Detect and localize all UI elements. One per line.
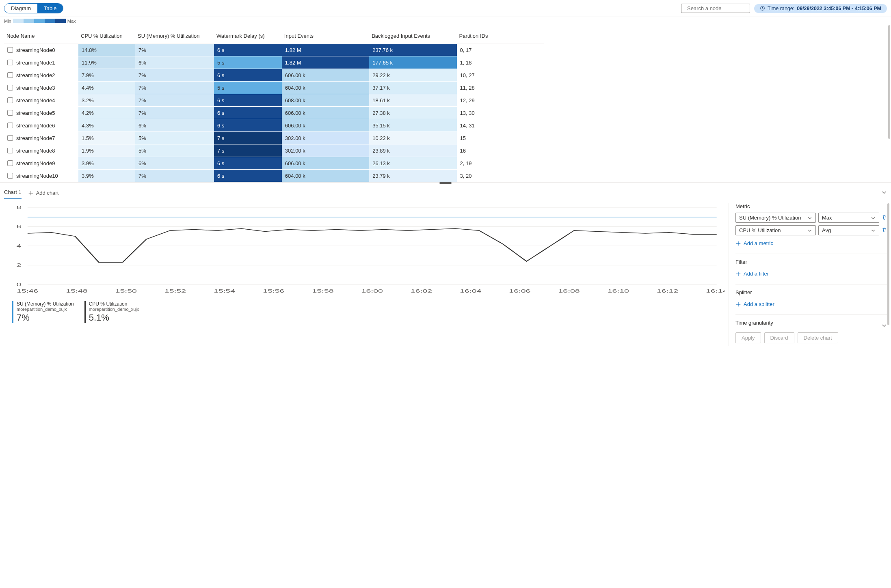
watermark-cell: 5 s [214,56,282,69]
collapse-chart-button[interactable] [881,190,887,196]
node-name-text: streamingNode8 [16,148,55,154]
row-checkbox[interactable] [7,148,13,153]
backlog-cell: 27.38 k [369,107,456,119]
node-name-text: streamingNode4 [16,97,55,103]
node-name-cell[interactable]: streamingNode9 [4,157,78,169]
table-row[interactable]: streamingNode64.3%6%6 s606.00 k35.15 k14… [4,119,544,131]
node-name-cell[interactable]: streamingNode0 [4,44,78,56]
legend-item-cpu[interactable]: CPU % Utilization morepartition_demo_xuj… [84,301,139,323]
line-chart[interactable]: 0246815:4615:4815:5015:5215:5415:5615:58… [4,203,724,297]
node-name-text: streamingNode2 [16,72,55,78]
node-name-cell[interactable]: streamingNode3 [4,82,78,94]
table-row[interactable]: streamingNode103.9%7%6 s604.00 k23.79 k3… [4,170,544,182]
aggregation-dropdown[interactable]: Max [818,213,879,223]
row-checkbox[interactable] [7,72,13,78]
cpu-cell: 14.8% [78,44,135,56]
heat-legend-min: Min [4,19,11,24]
delete-metric-button[interactable] [882,227,887,234]
partition-ids-cell: 12, 29 [457,94,544,106]
search-input[interactable] [687,5,755,11]
backlog-cell: 35.15 k [369,119,456,131]
watermark-cell: 6 s [214,94,282,106]
watermark-cell: 6 s [214,69,282,81]
x-tick-label: 16:06 [509,289,530,293]
node-name-cell[interactable]: streamingNode8 [4,144,78,157]
heat-swatch [45,19,55,23]
node-name-cell[interactable]: streamingNode10 [4,170,78,182]
column-header[interactable]: Partition IDs [457,26,544,43]
cpu-cell: 4.4% [78,82,135,94]
node-name-text: streamingNode5 [16,110,55,116]
row-checkbox[interactable] [7,160,13,166]
row-checkbox[interactable] [7,47,13,53]
add-metric-button[interactable]: Add a metric [735,238,887,249]
column-header[interactable]: Node Name [4,26,78,43]
table-row[interactable]: streamingNode111.9%6%5 s1.82 M177.65 k1,… [4,56,544,69]
add-filter-button[interactable]: Add a filter [735,268,887,279]
node-name-cell[interactable]: streamingNode7 [4,132,78,144]
table-row[interactable]: streamingNode54.2%7%6 s606.00 k27.38 k13… [4,107,544,119]
chevron-down-icon [881,190,887,195]
table-scrollbar[interactable] [888,25,890,139]
legend-item-su[interactable]: SU (Memory) % Utilization morepartition_… [12,301,74,323]
table-row[interactable]: streamingNode014.8%7%6 s1.82 M237.76 k0,… [4,44,544,56]
node-name-cell[interactable]: streamingNode5 [4,107,78,119]
table-row[interactable]: streamingNode27.9%7%6 s606.00 k29.22 k10… [4,69,544,81]
search-input-wrap[interactable] [681,4,750,13]
row-checkbox[interactable] [7,173,13,179]
row-checkbox[interactable] [7,97,13,103]
metric-dropdown[interactable]: CPU % Utilization [735,225,816,235]
metric-dropdown-value: CPU % Utilization [739,227,781,233]
plus-icon [735,271,741,277]
column-header[interactable]: SU (Memory) % Utilization [135,26,214,43]
watermark-cell: 6 s [214,119,282,131]
table-row[interactable]: streamingNode81.9%5%7 s302.00 k23.89 k16 [4,144,544,157]
add-splitter-button[interactable]: Add a splitter [735,299,887,310]
column-header[interactable]: Input Events [282,26,369,43]
partition-ids-cell: 3, 20 [457,170,544,182]
cpu-cell: 4.2% [78,107,135,119]
view-toggle-table[interactable]: Table [37,4,63,13]
partition-ids-cell: 1, 18 [457,56,544,69]
row-checkbox[interactable] [7,110,13,116]
view-toggle-diagram[interactable]: Diagram [4,4,37,13]
node-name-cell[interactable]: streamingNode2 [4,69,78,81]
delete-chart-button[interactable]: Delete chart [798,332,838,343]
chevron-down-icon[interactable] [881,323,887,330]
delete-metric-button[interactable] [882,215,887,221]
x-tick-label: 15:52 [164,289,186,293]
metric-dropdown[interactable]: SU (Memory) % Utilization [735,213,816,223]
settings-scrollbar[interactable] [887,203,889,325]
su-cell: 7% [135,69,214,81]
node-name-cell[interactable]: streamingNode4 [4,94,78,106]
column-header[interactable]: Watermark Delay (s) [214,26,282,43]
node-name-cell[interactable]: streamingNode6 [4,119,78,131]
table-row[interactable]: streamingNode43.2%7%6 s608.00 k18.61 k12… [4,94,544,106]
time-range-picker[interactable]: Time range: 09/29/2022 3:45:06 PM - 4:15… [754,4,887,13]
table-row[interactable]: streamingNode71.5%5%7 s302.00 k10.22 k15 [4,132,544,144]
aggregation-dropdown[interactable]: Avg [818,225,879,235]
row-checkbox[interactable] [7,135,13,141]
column-header[interactable]: CPU % Utilization [78,26,135,43]
granularity-section-title: Time granularity [735,320,887,326]
table-row[interactable]: streamingNode93.9%6%6 s606.00 k26.13 k2,… [4,157,544,169]
x-tick-label: 16:12 [657,289,678,293]
x-tick-label: 16:02 [411,289,432,293]
resize-handle[interactable] [439,182,452,184]
node-name-cell[interactable]: streamingNode1 [4,56,78,69]
apply-button[interactable]: Apply [735,332,761,343]
tab-chart-1[interactable]: Chart 1 [4,187,22,199]
x-tick-label: 15:48 [66,289,88,293]
column-header[interactable]: Backlogged Input Events [369,26,456,43]
watermark-cell: 5 s [214,82,282,94]
row-checkbox[interactable] [7,60,13,65]
partition-ids-cell: 10, 27 [457,69,544,81]
backlog-cell: 37.17 k [369,82,456,94]
row-checkbox[interactable] [7,85,13,90]
table-row[interactable]: streamingNode34.4%7%5 s604.00 k37.17 k11… [4,82,544,94]
add-chart-button[interactable]: Add chart [28,190,59,196]
x-tick-label: 16:00 [361,289,383,293]
discard-button[interactable]: Discard [764,332,794,343]
partition-ids-cell: 16 [457,144,544,157]
row-checkbox[interactable] [7,123,13,128]
